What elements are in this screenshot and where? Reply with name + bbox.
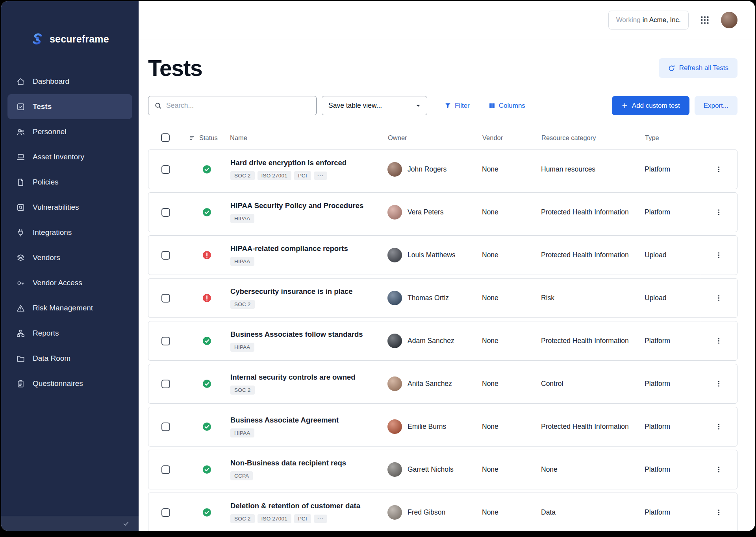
questionnaires-icon (16, 379, 25, 388)
row-checkbox[interactable] (161, 294, 170, 303)
vendor-value: None (482, 508, 541, 517)
add-custom-test-button[interactable]: Add custom test (612, 96, 689, 115)
table-row[interactable]: Business Associates follow standards HIP… (148, 321, 737, 361)
export-button[interactable]: Export... (695, 96, 737, 115)
column-header-type[interactable]: Type (645, 134, 700, 142)
table-row[interactable]: Internal security controls are owned SOC… (148, 364, 737, 404)
main-area: Working in Acme, Inc. Tests Refr (139, 1, 755, 531)
resource-category-value: Risk (541, 293, 645, 303)
sidebar-item-vendor-access[interactable]: Vendor Access (7, 270, 132, 295)
table-row[interactable]: Cybersecurity insurance is in place SOC … (148, 278, 737, 318)
topbar: Working in Acme, Inc. (139, 1, 755, 39)
more-badges-button[interactable]: ··· (314, 515, 328, 523)
vendor-value: None (482, 465, 541, 474)
sidebar-collapse-icon[interactable] (122, 520, 130, 528)
sidebar-item-questionnaires[interactable]: Questionnaires (7, 371, 132, 396)
status-pass-icon (202, 208, 211, 217)
test-name: Internal security controls are owned (230, 373, 381, 382)
sidebar-item-data-room[interactable]: Data Room (7, 346, 132, 371)
sidebar-item-tests[interactable]: Tests (7, 94, 132, 119)
row-checkbox[interactable] (161, 465, 170, 474)
row-checkbox[interactable] (161, 508, 170, 517)
sidebar-item-risk-management[interactable]: Risk Management (7, 295, 132, 321)
row-menu-button[interactable] (700, 279, 737, 317)
user-avatar[interactable] (721, 12, 737, 28)
row-menu-button[interactable] (700, 450, 737, 489)
page-content: Tests Refresh all Tests Save table view (139, 39, 755, 531)
row-menu-button[interactable] (700, 493, 737, 531)
sort-icon[interactable] (189, 135, 196, 141)
sidebar-item-dashboard[interactable]: Dashboard (7, 69, 132, 94)
column-header-status[interactable]: Status (199, 134, 218, 142)
more-badges-button[interactable]: ··· (314, 172, 328, 180)
kebab-icon (715, 294, 723, 302)
framework-badge: ISO 27001 (258, 171, 291, 180)
sidebar-item-vulnerabilities[interactable]: Vulnerabilities (7, 195, 132, 220)
row-menu-button[interactable] (700, 150, 737, 189)
row-menu-button[interactable] (700, 364, 737, 403)
framework-badge: HIPAA (230, 257, 254, 266)
status-fail-icon (202, 251, 211, 260)
column-header-name[interactable]: Name (230, 134, 388, 142)
type-value: Upload (645, 293, 700, 303)
table-row[interactable]: Deletion & retention of customer data SO… (148, 493, 737, 531)
table-row[interactable]: Hard drive encryption is enforced SOC 2I… (148, 149, 737, 189)
row-checkbox[interactable] (161, 165, 170, 174)
row-menu-button[interactable] (700, 236, 737, 275)
table-row[interactable]: HIPAA-related compliance reports HIPAA L… (148, 235, 737, 275)
vendor-value: None (482, 293, 541, 303)
search-input[interactable] (166, 101, 310, 110)
vendor-value: None (482, 165, 541, 174)
resource-category-value: Protected Health Information (541, 336, 645, 346)
row-menu-button[interactable] (700, 193, 737, 232)
framework-badges: SOC 2ISO 27001PCI··· (230, 514, 381, 523)
row-checkbox[interactable] (161, 337, 170, 345)
save-table-view-select[interactable]: Save table view... (322, 96, 427, 115)
type-value: Platform (645, 165, 700, 174)
table-row[interactable]: Business Associate Agreement HIPAA Emili… (148, 407, 737, 447)
sidebar-item-reports[interactable]: Reports (7, 321, 132, 346)
owner-name: John Rogers (408, 165, 447, 173)
row-checkbox[interactable] (161, 208, 170, 217)
sidebar-item-personnel[interactable]: Personnel (7, 119, 132, 144)
search-box[interactable] (148, 96, 317, 115)
kebab-icon (715, 508, 723, 517)
framework-badge: PCI (294, 171, 311, 180)
resource-category-value: Human resources (541, 165, 645, 174)
refresh-all-tests-button[interactable]: Refresh all Tests (659, 58, 737, 78)
filter-button[interactable]: Filter (445, 102, 470, 110)
sidebar-item-asset-inventory[interactable]: Asset Inventory (7, 144, 132, 170)
table-row[interactable]: Non-Business data recipient reqs CCPA Ga… (148, 450, 737, 489)
owner-avatar (387, 162, 402, 177)
owner-name: Adam Sanchez (408, 337, 454, 345)
tests-table-body: Hard drive encryption is enforced SOC 2I… (148, 149, 737, 531)
select-all-checkbox[interactable] (161, 133, 170, 142)
owner-name: Garrett Nichols (408, 465, 454, 474)
vendors-icon (16, 253, 25, 262)
table-row[interactable]: HIPAA Security Policy and Procedures HIP… (148, 192, 737, 232)
sidebar-item-integrations[interactable]: Integrations (7, 220, 132, 245)
row-checkbox[interactable] (161, 423, 170, 431)
row-checkbox[interactable] (161, 251, 170, 260)
type-value: Platform (645, 208, 700, 217)
column-header-vendor[interactable]: Vendor (482, 134, 541, 142)
columns-button[interactable]: Columns (489, 102, 525, 110)
column-header-resource-category[interactable]: Resource category (541, 134, 645, 142)
status-fail-icon (202, 293, 211, 303)
resource-category-value: Protected Health Information (541, 422, 645, 432)
owner-name: Thomas Ortiz (408, 294, 449, 302)
kebab-icon (715, 165, 723, 173)
row-menu-button[interactable] (700, 407, 737, 446)
status-pass-icon (202, 379, 211, 388)
apps-grid-icon[interactable] (700, 15, 710, 25)
column-header-owner[interactable]: Owner (388, 134, 482, 142)
sidebar-item-policies[interactable]: Policies (7, 170, 132, 195)
owner-avatar (387, 291, 402, 305)
sidebar-item-vendors[interactable]: Vendors (7, 245, 132, 270)
app-window: secureframe Dashboard Tests Personnel As… (1, 1, 755, 531)
resource-category-value: Protected Health Information (541, 251, 645, 260)
row-checkbox[interactable] (161, 380, 170, 388)
org-switcher[interactable]: Working in Acme, Inc. (608, 11, 689, 30)
test-name: Cybersecurity insurance is in place (230, 287, 381, 296)
row-menu-button[interactable] (700, 321, 737, 360)
